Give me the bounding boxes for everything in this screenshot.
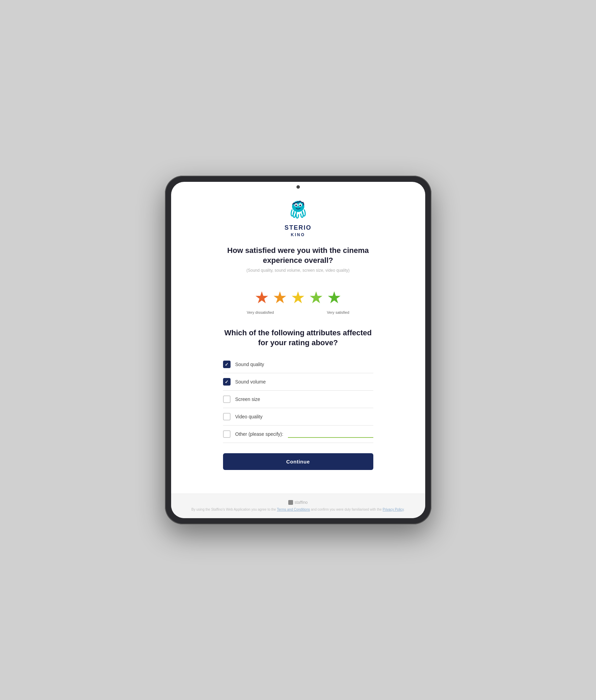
- screen-content: STERIO KINO How satisfied were you with …: [171, 182, 425, 518]
- tablet-device: STERIO KINO How satisfied were you with …: [165, 176, 431, 524]
- brand-name-line1: STERIO: [285, 224, 311, 231]
- checkbox-video-quality[interactable]: [223, 413, 231, 420]
- footer-brand: staffino: [294, 500, 307, 505]
- checkbox-sound-volume[interactable]: [223, 378, 231, 386]
- privacy-link[interactable]: Privacy Policy: [383, 508, 404, 511]
- star-5[interactable]: ★: [327, 288, 342, 307]
- footer-legal-text1: By using the Staffino's Web Application …: [191, 508, 277, 511]
- brand-logo: [285, 196, 312, 223]
- logo-container: STERIO KINO: [285, 196, 312, 238]
- footer-logo: staffino: [181, 500, 415, 505]
- question2-section: Which of the following attributes affect…: [223, 328, 373, 470]
- question1-title: How satisfied were you with the cinema e…: [223, 246, 373, 265]
- svg-point-5: [299, 205, 301, 206]
- brand-name-line2: KINO: [291, 232, 305, 237]
- checkbox-item-video-quality[interactable]: Video quality: [223, 408, 373, 426]
- footer-legal-text3: .: [404, 508, 405, 511]
- main-content: STERIO KINO How satisfied were you with …: [171, 182, 425, 494]
- checkbox-item-other[interactable]: Other (please specify):: [223, 426, 373, 443]
- star-4[interactable]: ★: [309, 288, 323, 307]
- checkbox-item-screen-size[interactable]: Screen size: [223, 391, 373, 408]
- checkbox-label-other: Other (please specify):: [235, 431, 283, 437]
- checkbox-label-screen-size: Screen size: [235, 396, 260, 402]
- star-labels: Very dissatisfied Very satisfied: [247, 310, 349, 314]
- star-rating[interactable]: ★ ★ ★ ★ ★: [254, 288, 342, 307]
- staffino-icon: [288, 500, 293, 505]
- question1-section: How satisfied were you with the cinema e…: [223, 246, 373, 281]
- terms-link[interactable]: Terms and Conditions: [277, 508, 310, 511]
- checkbox-screen-size[interactable]: [223, 395, 231, 403]
- footer-legal-text2: and confirm you were duly familiarised w…: [310, 508, 383, 511]
- checkbox-sound-quality[interactable]: [223, 361, 231, 368]
- question2-title: Which of the following attributes affect…: [223, 328, 373, 348]
- checkbox-item-sound-quality[interactable]: Sound quality: [223, 356, 373, 373]
- checkbox-label-sound-quality: Sound quality: [235, 362, 264, 367]
- other-specify-input[interactable]: [288, 430, 373, 438]
- checkbox-other[interactable]: [223, 430, 231, 438]
- camera-notch: [296, 185, 300, 189]
- question1-subtitle: (Sound quality, sound volume, screen siz…: [223, 268, 373, 273]
- checkbox-label-sound-volume: Sound volume: [235, 379, 266, 385]
- checkbox-list: Sound quality Sound volume Screen size: [223, 356, 373, 443]
- continue-button[interactable]: Continue: [223, 453, 373, 470]
- star-label-right: Very satisfied: [327, 310, 349, 314]
- star-2[interactable]: ★: [273, 288, 287, 307]
- footer-legal: By using the Staffino's Web Application …: [181, 507, 415, 512]
- checkbox-label-video-quality: Video quality: [235, 414, 263, 419]
- star-3[interactable]: ★: [291, 288, 305, 307]
- footer: staffino By using the Staffino's Web App…: [171, 494, 425, 518]
- svg-point-4: [295, 205, 297, 206]
- star-label-left: Very dissatisfied: [247, 310, 274, 314]
- checkbox-item-sound-volume[interactable]: Sound volume: [223, 373, 373, 391]
- tablet-screen: STERIO KINO How satisfied were you with …: [171, 182, 425, 518]
- star-1[interactable]: ★: [254, 288, 269, 307]
